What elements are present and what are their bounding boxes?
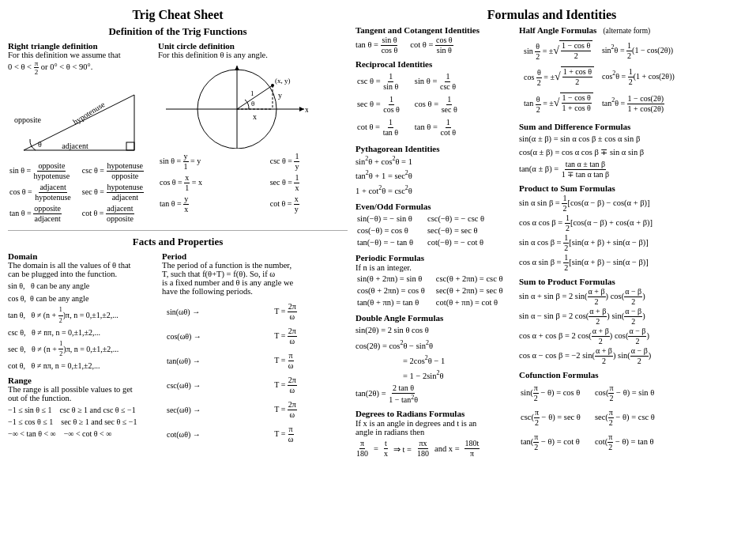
unit-circle-title: Unit circle definition: [158, 41, 348, 51]
degrees-radians-title: Degrees to Radians Formulas: [355, 409, 513, 418]
pythagorean-section: Pythagorean Identities sin2θ + cos2θ = 1…: [355, 144, 513, 198]
product-sum-section: Product to Sum Formulas sin α sin β = 12…: [519, 183, 748, 273]
tangent-formulas: tan θ = sin θcos θ cot θ = cos θsin θ: [355, 36, 513, 55]
top-formulas-row: Tangent and Cotangent Identities tan θ =…: [355, 25, 748, 463]
svg-text:1: 1: [250, 89, 254, 97]
main-title: Trig Cheat Sheet: [8, 8, 348, 22]
period-formulas: sin(ωθ) → T = 2πω cos(ωθ) → T = 2πω tan(…: [162, 299, 348, 447]
domain-desc: The domain is all the values of θ thatca…: [8, 261, 154, 278]
unit-circle-definitions: sin θ = y1 = y csc θ = 1y cos θ = x1 = x…: [158, 150, 348, 216]
period-desc: The period of a function is the number, …: [162, 261, 348, 296]
reciprocal-title: Reciprocal Identities: [355, 59, 513, 69]
degrees-radians-desc: If x is an angle in degrees and t is ana…: [355, 419, 513, 436]
periodic-title: Periodic Formulas: [355, 253, 513, 262]
right-formulas: Half Angle Formulas (alternate form) sin…: [519, 25, 748, 463]
svg-text:θ: θ: [38, 140, 42, 149]
tangent-section: Tangent and Cotangent Identities tan θ =…: [355, 25, 513, 55]
half-angle-header: Half Angle Formulas (alternate form): [519, 25, 748, 36]
unit-circle-section: Unit circle definition For this definiti…: [158, 41, 348, 216]
facts-left: Domain The domain is all the values of θ…: [8, 251, 154, 447]
left-column: Trig Cheat Sheet Definition of the Trig …: [8, 8, 348, 463]
cofunction-title: Cofunction Formulas: [519, 370, 748, 380]
right-triangle-section: Right triangle definition For this defin…: [8, 41, 154, 225]
sum-product-formulas: sin α + sin β = 2 sin(α + β2) cos(α − β2…: [519, 287, 748, 366]
svg-text:adjacent: adjacent: [62, 142, 88, 150]
pythagorean-title: Pythagorean Identities: [355, 144, 513, 153]
degrees-radians-formula: π180 = tx ⇒ t = πx180 and x = 180tπ: [355, 439, 513, 459]
svg-text:x: x: [305, 105, 308, 114]
svg-line-12: [237, 85, 273, 109]
sum-diff-formulas: sin(α ± β) = sin α cos β ± cos α sin β c…: [519, 132, 748, 180]
svg-text:θ: θ: [251, 100, 254, 108]
page-container: Trig Cheat Sheet Definition of the Trig …: [8, 8, 748, 463]
periodic-desc: If n is an integer.: [355, 263, 513, 272]
right-column: Formulas and Identities Tangent and Cota…: [355, 8, 748, 463]
cofunction-section: Cofunction Formulas sin(π2 − θ) = cos θ …: [519, 370, 748, 455]
period-title: Period: [162, 251, 348, 261]
domain-title: Domain: [8, 251, 154, 261]
periodic-table: sin(θ + 2πn) = sin θ csc(θ + 2πn) = csc …: [355, 272, 507, 309]
reciprocal-table: csc θ = 1sin θ sin θ = 1csc θ sec θ = 1c…: [355, 70, 466, 140]
domain-list: sin θ, θ can be any angle cos θ, θ can b…: [8, 280, 154, 372]
facts-period: Domain The domain is all the values of θ…: [8, 251, 348, 447]
double-angle-title: Double Angle Formulas: [355, 313, 513, 323]
even-odd-table: sin(−θ) = − sin θ csc(−θ) = − csc θ cos(…: [355, 212, 492, 249]
right-tri-range: 0 < θ < π2 or 0° < θ < 90°.: [8, 59, 154, 76]
range-list: −1 ≤ sin θ ≤ 1 csc θ ≥ 1 and csc θ ≤ −1 …: [8, 404, 154, 440]
svg-marker-8: [299, 107, 304, 111]
even-odd-section: Even/Odd Formulas sin(−θ) = − sin θ csc(…: [355, 202, 513, 249]
facts-title: Facts and Properties: [8, 236, 348, 248]
cofunction-table: sin(π2 − θ) = cos θ cos(π2 − θ) = sin θ …: [519, 380, 663, 455]
sum-product-section: Sum to Product Formulas sin α + sin β = …: [519, 277, 748, 366]
half-angle-title: Half Angle Formulas: [519, 25, 596, 35]
product-sum-title: Product to Sum Formulas: [519, 183, 748, 193]
sum-product-title: Sum to Product Formulas: [519, 277, 748, 286]
definition-diagrams: Right triangle definition For this defin…: [8, 41, 348, 225]
double-angle-formulas: sin(2θ) = 2 sin θ cos θ cos(2θ) = cos2θ …: [355, 323, 513, 405]
triangle-diagram: adjacent hypotenuse opposite θ: [8, 79, 146, 158]
right-tri-title: Right triangle definition: [8, 41, 154, 51]
alternate-form: (alternate form): [603, 27, 650, 35]
svg-text:x: x: [253, 112, 257, 121]
product-sum-formulas: sin α sin β = 12[cos(α − β) − cos(α + β)…: [519, 194, 748, 273]
range-desc: The range is all possible values to geto…: [8, 385, 154, 402]
unit-circle-desc: For this definition θ is any angle.: [158, 51, 348, 59]
svg-rect-1: [126, 142, 134, 150]
svg-text:(x, y): (x, y): [275, 77, 291, 85]
half-angle-section: Half Angle Formulas (alternate form) sin…: [519, 25, 748, 118]
degrees-radians-section: Degrees to Radians Formulas If x is an a…: [355, 409, 513, 459]
sum-diff-section: Sum and Difference Formulas sin(α ± β) =…: [519, 122, 748, 180]
half-angle-table: sin θ2 = ±√1 − cos θ2 sin2θ = 12(1 − cos…: [519, 37, 679, 118]
periodic-section: Periodic Formulas If n is an integer. si…: [355, 253, 513, 309]
tangent-title: Tangent and Cotangent Identities: [355, 25, 513, 35]
reciprocal-section: Reciprocal Identities csc θ = 1sin θ sin…: [355, 59, 513, 140]
even-odd-title: Even/Odd Formulas: [355, 202, 513, 211]
def-title: Definition of the Trig Functions: [8, 25, 348, 38]
sum-diff-title: Sum and Difference Formulas: [519, 122, 748, 131]
svg-text:hypotenuse: hypotenuse: [71, 100, 107, 127]
right-title: Formulas and Identities: [355, 8, 748, 22]
facts-right: Period The period of a function is the n…: [162, 251, 348, 447]
svg-text:opposite: opposite: [14, 115, 41, 124]
left-formulas: Tangent and Cotangent Identities tan θ =…: [355, 25, 513, 463]
unit-circle-diagram: (x, y) y x x θ 1: [158, 62, 308, 149]
pythagorean-formulas: sin2θ + cos2θ = 1 tan2θ + 1 = sec2θ 1 + …: [355, 154, 513, 198]
range-title: Range: [8, 376, 154, 385]
double-angle-section: Double Angle Formulas sin(2θ) = 2 sin θ …: [355, 313, 513, 405]
right-tri-desc: For this definition we assume that: [8, 51, 154, 59]
trig-definitions-table: sin θ = oppositehypotenuse csc θ = hypot…: [8, 160, 154, 225]
svg-text:y: y: [278, 91, 282, 100]
